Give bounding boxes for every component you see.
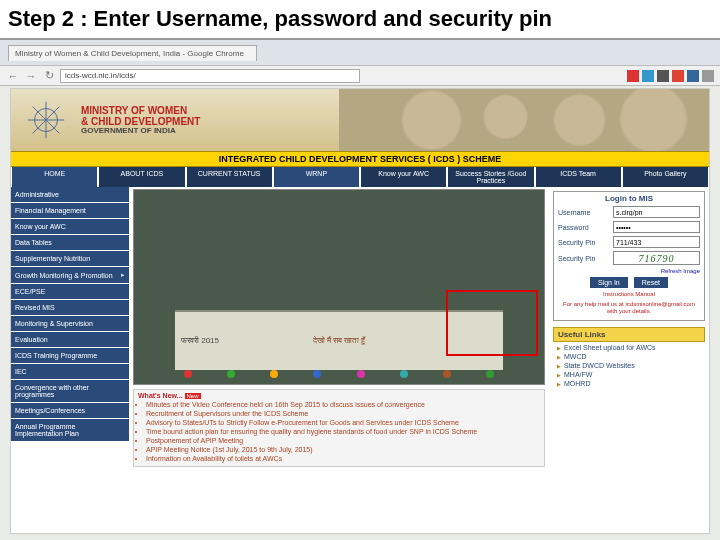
security-pin-input[interactable] [613, 236, 700, 248]
news-item[interactable]: Postponement of APIP Meeting [146, 437, 540, 445]
topnav-item[interactable]: WRNP [274, 167, 359, 187]
new-badge: New [185, 393, 201, 399]
highlight-box [446, 290, 538, 356]
ext-icon[interactable] [672, 70, 684, 82]
news-item[interactable]: Information on Availability of toilets a… [146, 455, 540, 463]
ext-icon[interactable] [642, 70, 654, 82]
ext-icon[interactable] [702, 70, 714, 82]
content-area: Administrative Financial Management Know… [11, 187, 709, 513]
slide-title: Step 2 : Enter Username, password and se… [0, 0, 720, 40]
leftnav-item[interactable]: Know your AWC [11, 219, 129, 234]
topnav-item[interactable]: HOME [12, 167, 97, 187]
help-text: For any help mail us at icdsmisonline@gm… [558, 301, 700, 315]
topnav-item[interactable]: ABOUT ICDS [99, 167, 184, 187]
leftnav-item[interactable]: Growth Monitoring & Promotion▸ [11, 267, 129, 283]
forward-icon[interactable]: → [24, 69, 38, 83]
leftnav-item[interactable]: Financial Management [11, 203, 129, 218]
extension-icons [627, 70, 714, 82]
news-item[interactable]: Recruitment of Supervisors under the ICD… [146, 410, 540, 418]
ministry-title: MINISTRY OF WOMEN & CHILD DEVELOPMENT GO… [81, 105, 200, 136]
news-item[interactable]: Advisory to States/UTs to Strictly Follo… [146, 419, 540, 427]
topnav-item[interactable]: Success Stories /Good Practices [448, 167, 533, 187]
reload-icon[interactable]: ↻ [42, 69, 56, 83]
password-input[interactable] [613, 221, 700, 233]
browser-tab-strip: Ministry of Women & Child Development, I… [0, 40, 720, 66]
page-body: MINISTRY OF WOMEN & CHILD DEVELOPMENT GO… [10, 88, 710, 534]
whats-new-panel: What's New... New Minutes of the Video C… [133, 389, 545, 467]
username-input[interactable] [613, 206, 700, 218]
leftnav-item[interactable]: Monitoring & Supervision [11, 316, 129, 331]
login-box: Login to MIS Username Password Security … [553, 191, 705, 321]
leftnav-item[interactable]: ECE/PSE [11, 284, 129, 299]
news-item[interactable]: Minutes of the Video Conference held on … [146, 401, 540, 409]
instructions-link[interactable]: Instructions Manual [558, 291, 700, 298]
leftnav-item[interactable]: Annual Programme Implementation Plan [11, 419, 129, 441]
useful-link[interactable]: MWCD [557, 353, 705, 360]
leftnav-item[interactable]: Revised MIS [11, 300, 129, 315]
header-banner: MINISTRY OF WOMEN & CHILD DEVELOPMENT GO… [11, 89, 709, 151]
right-pane: Login to MIS Username Password Security … [549, 187, 709, 513]
news-item[interactable]: APIP Meeting Notice (1st July, 2015 to 9… [146, 446, 540, 454]
ministry-line: MINISTRY OF WOMEN [81, 105, 200, 116]
address-bar: ← → ↻ icds-wcd.nic.in/icds/ [0, 66, 720, 86]
useful-link[interactable]: State DWCD Websites [557, 362, 705, 369]
useful-links-header: Useful Links [553, 327, 705, 342]
ext-icon[interactable] [657, 70, 669, 82]
whats-new-header: What's New... [138, 392, 183, 399]
chevron-right-icon: ▸ [121, 271, 125, 279]
ext-icon[interactable] [627, 70, 639, 82]
leftnav-item[interactable]: Evaluation [11, 332, 129, 347]
leftnav-item[interactable]: Administrative [11, 187, 129, 202]
useful-link[interactable]: MHA/FW [557, 371, 705, 378]
topnav-item[interactable]: Know your AWC [361, 167, 446, 187]
reset-button[interactable]: Reset [634, 277, 668, 288]
browser-tab[interactable]: Ministry of Women & Child Development, I… [8, 45, 257, 61]
topnav-item[interactable]: CURRENT STATUS [187, 167, 272, 187]
gov-line: GOVERNMENT OF INDIA [81, 127, 200, 136]
leftnav-item[interactable]: IEC [11, 364, 129, 379]
useful-link[interactable]: Excel Sheet upload for AWCs [557, 344, 705, 351]
useful-links: Useful Links Excel Sheet upload for AWCs… [553, 327, 705, 387]
topnav-item[interactable]: ICDS Team [536, 167, 621, 187]
news-item[interactable]: Time bound action plan for ensuring the … [146, 428, 540, 436]
leftnav-item[interactable]: Meetings/Conferences [11, 403, 129, 418]
banner-photo [339, 89, 709, 151]
captcha-image: 716790 [613, 251, 700, 265]
top-nav: HOME ABOUT ICDS CURRENT STATUS WRNP Know… [11, 167, 709, 187]
ministry-line: & CHILD DEVELOPMENT [81, 116, 200, 127]
middle-pane: फरवरी 2015 देखो मैं सब खाता हूँ What's N… [129, 187, 549, 513]
url-input[interactable]: icds-wcd.nic.in/icds/ [60, 69, 360, 83]
back-icon[interactable]: ← [6, 69, 20, 83]
password-label: Password [558, 224, 610, 231]
ext-icon[interactable] [687, 70, 699, 82]
sign-in-button[interactable]: Sign In [590, 277, 628, 288]
username-label: Username [558, 209, 610, 216]
scheme-title-bar: INTEGRATED CHILD DEVELOPMENT SERVICES ( … [11, 151, 709, 167]
security-pin-label: Security Pin [558, 239, 610, 246]
refresh-captcha-link[interactable]: Refresh Image [558, 268, 700, 274]
leftnav-item[interactable]: Data Tables [11, 235, 129, 250]
leftnav-item[interactable]: Supplementary Nutrition [11, 251, 129, 266]
leftnav-item[interactable]: ICDS Training Programme [11, 348, 129, 363]
login-title: Login to MIS [558, 194, 700, 203]
captcha-label: Security Pin [558, 255, 610, 262]
awc-photo: फरवरी 2015 देखो मैं सब खाता हूँ [133, 189, 545, 385]
emblem-icon [11, 89, 81, 151]
topnav-item[interactable]: Photo Gallery [623, 167, 708, 187]
leftnav-item[interactable]: Convergence with other programmes [11, 380, 129, 402]
left-nav: Administrative Financial Management Know… [11, 187, 129, 513]
useful-link[interactable]: MOHRD [557, 380, 705, 387]
